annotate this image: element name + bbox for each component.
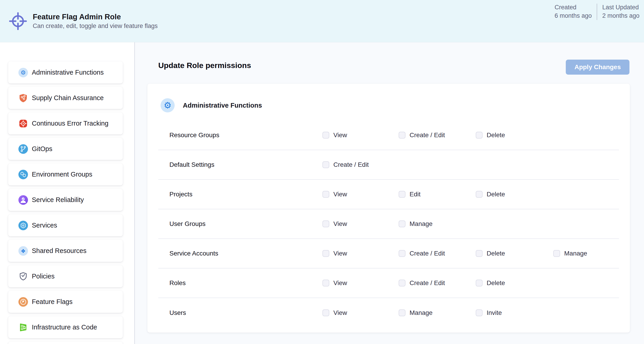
sidebar-item-label: Service Reliability: [32, 196, 84, 204]
page-header: Feature Flag Admin Role Can create, edit…: [0, 0, 644, 42]
permission-cell: Delete: [476, 279, 505, 287]
permission-row-roles: RolesViewCreate / EditDelete: [158, 268, 619, 298]
sidebar-item-gitops[interactable]: GitOps: [8, 138, 123, 160]
checkbox-service-accounts-delete[interactable]: [476, 250, 482, 257]
sidebar-item-label: Supply Chain Assurance: [32, 94, 104, 102]
permission-label: Delete: [487, 250, 505, 257]
permission-label: Create / Edit: [333, 161, 369, 168]
sidebar-item-feature-flags[interactable]: Feature Flags: [8, 291, 123, 313]
sidebar-item-label: Policies: [32, 272, 54, 280]
sidebar-item-policies[interactable]: Policies: [8, 265, 123, 287]
resource-label: Users: [170, 309, 186, 316]
permission-label: View: [333, 191, 347, 198]
role-target-icon: [9, 12, 27, 30]
nodes-icon: [18, 323, 28, 332]
permission-label: Invite: [487, 309, 502, 316]
sidebar-item-label: Infrastructure as Code: [32, 323, 97, 331]
permissions-card-header: ⚙ Administrative Functions: [158, 84, 619, 112]
apply-changes-button[interactable]: Apply Changes: [566, 60, 630, 75]
sidebar-item-label: Environment Groups: [32, 171, 92, 178]
permission-cell: Delete: [476, 132, 505, 139]
sidebar-item-administrative-functions[interactable]: ⚙Administrative Functions: [8, 62, 123, 84]
permission-label: Create / Edit: [410, 279, 445, 287]
sidebar-item-label: Continuous Error Tracking: [32, 120, 108, 127]
checkbox-service-accounts-manage[interactable]: [553, 250, 560, 257]
checkbox-user-groups-view[interactable]: [322, 220, 329, 227]
sidebar-item-environment-groups[interactable]: Environment Groups: [8, 163, 123, 185]
permission-row-resource-groups: Resource GroupsViewCreate / EditDelete: [158, 121, 619, 150]
permission-label: Delete: [487, 132, 505, 139]
permission-label: Manage: [410, 220, 432, 227]
permission-cell: View: [322, 132, 347, 139]
permission-label: Create / Edit: [410, 250, 445, 257]
permission-cell: Manage: [553, 250, 587, 257]
permission-label: View: [333, 132, 347, 139]
sidebar-item-services[interactable]: Services: [8, 214, 123, 236]
flag-icon: [18, 297, 28, 307]
checkbox-default-settings-create-edit[interactable]: [322, 161, 329, 168]
resource-label: Resource Groups: [170, 132, 219, 139]
permission-row-projects: ProjectsViewEditDelete: [158, 180, 619, 209]
gear-icon: ⚙: [160, 98, 175, 112]
svg-text:⚙: ⚙: [20, 69, 26, 76]
last-updated-label: Last Updated: [602, 3, 640, 12]
permission-label: Manage: [564, 250, 587, 257]
meta-divider: [597, 4, 597, 20]
checkbox-resource-groups-delete[interactable]: [476, 132, 482, 139]
hexagons-icon: [18, 170, 28, 179]
target-icon: [18, 119, 28, 128]
permission-row-service-accounts: Service AccountsViewCreate / EditDeleteM…: [158, 239, 619, 268]
checkbox-resource-groups-create-edit[interactable]: [399, 132, 406, 139]
resource-label: Projects: [170, 191, 192, 198]
resource-label: User Groups: [170, 220, 206, 227]
resource-label: Roles: [170, 279, 186, 287]
sidebar-item-label: Shared Resources: [32, 247, 86, 255]
resource-sidebar: ⚙Administrative FunctionsSupply Chain As…: [0, 42, 135, 344]
diamonds-icon: ❖: [18, 246, 28, 256]
checkbox-user-groups-manage[interactable]: [399, 220, 406, 227]
shield-network-icon: [18, 93, 28, 103]
resource-label: Service Accounts: [170, 250, 218, 257]
last-updated-meta: Last Updated 2 months ago: [602, 3, 640, 20]
permission-label: Create / Edit: [410, 132, 445, 139]
checkbox-users-view[interactable]: [322, 309, 329, 316]
checkbox-projects-delete[interactable]: [476, 191, 482, 198]
permission-row-users: UsersViewManageInvite: [158, 298, 619, 328]
checkbox-service-accounts-view[interactable]: [322, 250, 329, 257]
permission-cell: Create / Edit: [399, 132, 445, 139]
sidebar-item-shared-resources[interactable]: ❖Shared Resources: [8, 240, 123, 262]
checkbox-roles-view[interactable]: [322, 280, 329, 286]
permission-cell: View: [322, 279, 347, 287]
role-header-text: Feature Flag Admin Role Can create, edit…: [33, 12, 158, 30]
permission-cell: View: [322, 220, 347, 227]
sidebar-item-supply-chain-assurance[interactable]: Supply Chain Assurance: [8, 87, 123, 109]
checkbox-roles-delete[interactable]: [476, 280, 482, 286]
permission-label: View: [333, 220, 347, 227]
permission-cell: Create / Edit: [399, 250, 445, 257]
sidebar-item-continuous-error-tracking[interactable]: Continuous Error Tracking: [8, 112, 123, 134]
permission-rows: Resource GroupsViewCreate / EditDeleteDe…: [158, 121, 619, 328]
last-updated-value: 2 months ago: [602, 12, 640, 20]
checkbox-resource-groups-view[interactable]: [322, 132, 329, 139]
permission-cell: View: [322, 250, 347, 257]
permissions-card-title: Administrative Functions: [183, 102, 262, 109]
checkbox-projects-view[interactable]: [322, 191, 329, 198]
role-meta: Created 6 months ago Last Updated 2 mont…: [555, 3, 640, 20]
checkbox-users-manage[interactable]: [399, 309, 406, 316]
permission-cell: Edit: [399, 191, 420, 198]
permission-cell: View: [322, 191, 347, 198]
permission-cell: View: [322, 309, 347, 316]
sidebar-item-service-reliability[interactable]: Service Reliability: [8, 189, 123, 211]
checkbox-roles-create-edit[interactable]: [399, 280, 406, 286]
permission-label: View: [333, 279, 347, 287]
page-title: Feature Flag Admin Role: [33, 12, 158, 22]
checkbox-projects-edit[interactable]: [399, 191, 406, 198]
checkbox-users-invite[interactable]: [476, 309, 482, 316]
gear-icon: ⚙: [18, 68, 28, 77]
checkbox-service-accounts-create-edit[interactable]: [399, 250, 406, 257]
section-heading: Update Role permissions: [158, 61, 251, 70]
sidebar-item-partial[interactable]: [8, 342, 123, 344]
permission-row-default-settings: Default SettingsCreate / Edit: [158, 150, 619, 180]
sidebar-item-infrastructure-as-code[interactable]: Infrastructure as Code: [8, 316, 123, 338]
git-branch-icon: [18, 144, 28, 154]
